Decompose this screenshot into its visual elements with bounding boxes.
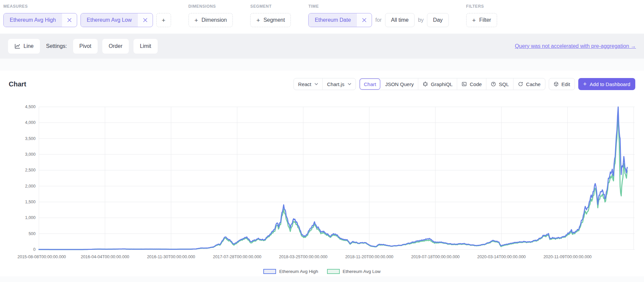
measure-pill-label: Ethereum Avg Low <box>81 13 138 27</box>
tab-sql-label: SQL <box>499 81 509 87</box>
svg-text:4,000: 4,000 <box>25 120 36 125</box>
remove-time-icon[interactable] <box>357 13 372 27</box>
legend-swatch <box>327 269 340 274</box>
add-filter-label: Filter <box>479 17 491 23</box>
library-label: Chart.js <box>327 81 344 87</box>
filters-label: FILTERS <box>466 4 497 9</box>
add-segment-label: Segment <box>263 17 285 23</box>
svg-text:2018-03-25T00:00:00.000: 2018-03-25T00:00:00.000 <box>279 255 328 259</box>
measures-group: MEASURES Ethereum Avg High Ethereum Avg … <box>3 4 171 27</box>
measure-pill-label: Ethereum Avg High <box>4 13 62 27</box>
segment-group: SEGMENT + Segment <box>250 4 291 27</box>
tab-graphiql[interactable]: GraphiQL <box>418 78 457 90</box>
svg-text:2016-11-30T00:00:00.000: 2016-11-30T00:00:00.000 <box>147 255 195 259</box>
date-range-button[interactable]: All time <box>385 13 415 27</box>
time-dimension-pill[interactable]: Ethereum Date <box>308 13 372 27</box>
chevron-down-icon <box>348 83 351 85</box>
chevron-down-icon <box>315 83 318 85</box>
measure-pill[interactable]: Ethereum Avg High <box>3 13 77 27</box>
add-to-dashboard-label: Add to Dashboard <box>590 81 630 87</box>
graphql-icon <box>423 81 428 87</box>
dimensions-group: DIMENSIONS + Dimension <box>189 4 233 27</box>
tab-graphiql-label: GraphiQL <box>431 81 452 87</box>
cube-icon <box>553 81 559 87</box>
chart-area: 05001,0001,5002,0002,5003,0003,5004,0004… <box>9 93 635 274</box>
settings-label: Settings: <box>46 43 67 49</box>
for-label: for <box>375 17 382 23</box>
limit-button[interactable]: Limit <box>133 39 158 54</box>
framework-select[interactable]: React <box>294 78 322 90</box>
chart-card-header: Chart React Chart.js Chart JSON <box>9 77 635 91</box>
legend-label: Ethereum Avg High <box>279 269 318 274</box>
framework-label: React <box>298 81 311 87</box>
svg-text:2,000: 2,000 <box>25 184 36 189</box>
chart-legend: Ethereum Avg High Ethereum Avg Low <box>9 269 635 274</box>
plus-icon: + <box>583 81 587 87</box>
legend-item-low[interactable]: Ethereum Avg Low <box>327 269 381 274</box>
tab-code-label: Code <box>470 81 482 87</box>
refresh-icon <box>518 81 523 87</box>
dimensions-label: DIMENSIONS <box>189 4 233 9</box>
terminal-icon <box>462 81 467 87</box>
legend-item-high[interactable]: Ethereum Avg High <box>263 269 318 274</box>
add-filter-button[interactable]: + Filter <box>466 13 497 27</box>
add-measure-button[interactable]: + <box>156 13 171 27</box>
svg-text:1,000: 1,000 <box>25 215 36 220</box>
time-label: TIME <box>308 4 448 9</box>
tab-cache-label: Cache <box>526 81 540 87</box>
tab-chart[interactable]: Chart <box>360 78 381 90</box>
svg-text:2020-11-09T00:00:00.000: 2020-11-09T00:00:00.000 <box>543 255 592 259</box>
time-pill-label: Ethereum Date <box>309 13 357 27</box>
chart-card-title: Chart <box>9 80 26 88</box>
preaggregation-link[interactable]: Query was not accelerated with pre-aggre… <box>515 43 636 49</box>
view-tabs-group: Chart JSON Query GraphiQL Code <box>359 78 545 90</box>
help-circle-icon <box>491 81 496 87</box>
tab-json-query[interactable]: JSON Query <box>380 78 418 90</box>
framework-library-select-group: React Chart.js <box>293 78 356 90</box>
svg-text:2015-08-08T00:00:00.000: 2015-08-08T00:00:00.000 <box>17 255 66 259</box>
chart-type-button[interactable]: Line <box>8 39 40 54</box>
granularity-button[interactable]: Day <box>427 13 448 27</box>
line-chart[interactable]: 05001,0001,5002,0002,5003,0003,5004,0004… <box>9 93 635 267</box>
svg-text:4,500: 4,500 <box>25 104 36 109</box>
time-group: TIME Ethereum Date for All time by Day <box>308 4 448 27</box>
query-builder: MEASURES Ethereum Avg High Ethereum Avg … <box>0 0 644 33</box>
chart-toolbar: Line Settings: Pivot Order Limit Query w… <box>0 34 644 59</box>
svg-text:2017-07-28T00:00:00.000: 2017-07-28T00:00:00.000 <box>213 255 262 259</box>
library-select[interactable]: Chart.js <box>322 78 356 90</box>
edit-button-label: Edit <box>561 81 570 87</box>
legend-swatch <box>263 269 276 274</box>
add-dimension-label: Dimension <box>202 17 227 23</box>
plus-icon: + <box>195 17 198 23</box>
legend-label: Ethereum Avg Low <box>343 269 381 274</box>
filters-group: FILTERS + Filter <box>466 4 497 27</box>
remove-measure-icon[interactable] <box>62 13 77 27</box>
plus-icon: + <box>256 17 260 23</box>
chart-card: Chart React Chart.js Chart JSON <box>0 71 644 276</box>
svg-text:3,500: 3,500 <box>25 136 36 141</box>
svg-text:2019-07-18T00:00:00.000: 2019-07-18T00:00:00.000 <box>411 255 460 259</box>
add-segment-button[interactable]: + Segment <box>250 13 291 27</box>
svg-text:500: 500 <box>29 231 36 236</box>
tab-sql[interactable]: SQL <box>486 78 513 90</box>
segment-label: SEGMENT <box>250 4 291 9</box>
order-button[interactable]: Order <box>102 39 129 54</box>
svg-text:2020-03-14T00:00:00.000: 2020-03-14T00:00:00.000 <box>477 255 526 259</box>
measure-pill[interactable]: Ethereum Avg Low <box>80 13 153 27</box>
plus-icon: + <box>472 17 476 23</box>
tab-cache[interactable]: Cache <box>513 78 545 90</box>
pivot-button[interactable]: Pivot <box>73 39 98 54</box>
remove-measure-icon[interactable] <box>138 13 153 27</box>
add-dimension-button[interactable]: + Dimension <box>189 13 233 27</box>
by-label: by <box>418 17 424 23</box>
chart-type-label: Line <box>23 43 34 49</box>
add-to-dashboard-button[interactable]: + Add to Dashboard <box>578 78 635 90</box>
tab-code[interactable]: Code <box>457 78 486 90</box>
measures-label: MEASURES <box>3 4 171 9</box>
plus-icon: + <box>162 17 165 23</box>
line-chart-icon <box>14 43 20 49</box>
edit-button[interactable]: Edit <box>549 78 575 90</box>
svg-text:1,500: 1,500 <box>25 200 36 204</box>
svg-text:2016-04-04T00:00:00.000: 2016-04-04T00:00:00.000 <box>81 255 129 259</box>
svg-text:2,500: 2,500 <box>25 168 36 172</box>
